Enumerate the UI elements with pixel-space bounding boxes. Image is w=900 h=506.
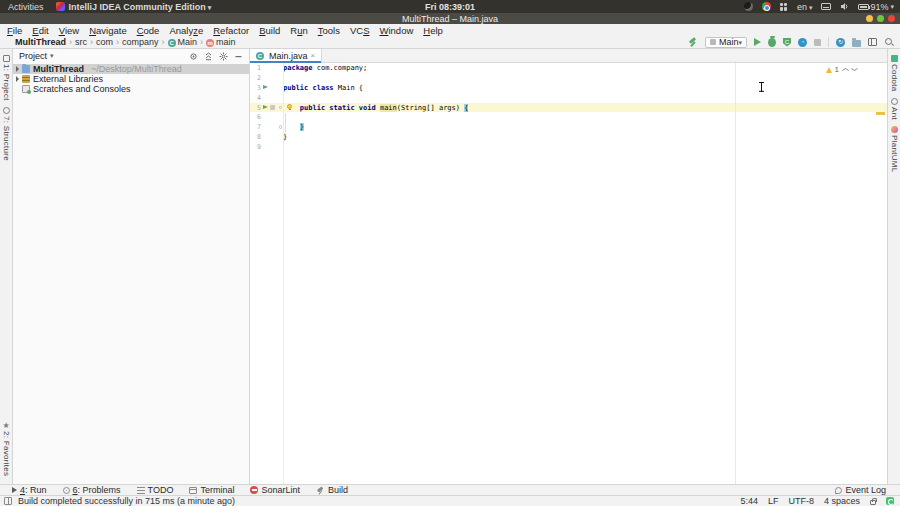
expand-chevron-icon[interactable] xyxy=(16,76,19,82)
coverage-icon[interactable]: C xyxy=(783,38,791,47)
menu-file[interactable]: File xyxy=(2,25,27,36)
profiler-icon[interactable]: ◔ xyxy=(798,38,807,47)
indent-widget[interactable]: 4 spaces xyxy=(824,496,860,506)
toolwindow-button-problems[interactable]: 6: Problems xyxy=(63,485,121,495)
settings-icon[interactable] xyxy=(219,52,228,61)
gutter[interactable] xyxy=(261,83,283,93)
menu-build[interactable]: Build xyxy=(254,25,285,36)
gutter[interactable] xyxy=(261,93,283,103)
stop-icon[interactable] xyxy=(814,39,821,46)
keyboard-icon[interactable] xyxy=(821,3,831,10)
toolwindow-button-todo[interactable]: TODO xyxy=(137,485,174,495)
prev-warning-icon[interactable] xyxy=(842,68,848,72)
line-number[interactable]: 9 xyxy=(250,143,261,151)
code-line[interactable]: 5 public static void main(String[] args)… xyxy=(250,103,887,113)
project-panel-title[interactable]: Project xyxy=(19,51,54,61)
toolwindow-button-structure[interactable]: 7: Structure xyxy=(0,107,12,161)
run-icon[interactable] xyxy=(754,38,761,46)
collapse-all-icon[interactable] xyxy=(204,52,213,61)
tree-row-scratches[interactable]: Scratches and Consoles xyxy=(13,84,249,94)
line-number[interactable]: 3 xyxy=(250,84,261,92)
code-line[interactable]: 9 xyxy=(250,142,887,152)
breadcrumb-method-main[interactable]: mmain xyxy=(205,37,237,47)
tree-row-external-libraries[interactable]: External Libraries xyxy=(13,74,249,84)
locate-icon[interactable] xyxy=(189,52,198,61)
extensions-icon[interactable] xyxy=(780,3,788,11)
toolwindow-button-run[interactable]: 4: Run xyxy=(12,485,47,495)
toolwindow-button-sonarlint[interactable]: SonarLint xyxy=(250,485,300,495)
expand-chevron-icon[interactable] xyxy=(16,66,19,72)
gutter[interactable] xyxy=(261,73,283,83)
maximize-button[interactable] xyxy=(877,15,884,22)
toolwindow-button-plantuml[interactable]: PlantUML xyxy=(888,126,900,173)
line-number[interactable]: 6 xyxy=(250,113,261,121)
toolwindow-button-terminal[interactable]: Terminal xyxy=(189,485,234,495)
update-icon[interactable]: ↻ xyxy=(836,38,845,47)
minimize-button[interactable] xyxy=(866,15,873,22)
line-number[interactable]: 1 xyxy=(250,64,261,72)
code-line[interactable]: 3public class Main { xyxy=(250,83,887,93)
build-hammer-icon[interactable] xyxy=(688,37,698,47)
breadcrumb-class-main[interactable]: CMain xyxy=(167,37,199,47)
toolwindow-button-codota[interactable]: Codota xyxy=(888,55,900,92)
line-number[interactable]: 2 xyxy=(250,74,261,82)
keyboard-layout-indicator[interactable]: en xyxy=(797,2,813,12)
menu-vcs[interactable]: VCS xyxy=(345,25,375,36)
line-separator-widget[interactable]: LF xyxy=(768,496,779,506)
tree-row-multithread[interactable]: MultiThread ~/Desktop/MultiThread xyxy=(13,64,249,74)
menu-run[interactable]: Run xyxy=(285,25,312,36)
gutter[interactable] xyxy=(261,142,283,152)
recorder-icon[interactable] xyxy=(744,2,753,11)
editor-tab-main-java[interactable]: C Main.java × xyxy=(250,49,322,62)
chrome-icon[interactable] xyxy=(762,2,771,11)
run-gutter-icon[interactable] xyxy=(263,105,268,109)
code-text[interactable]: } xyxy=(283,123,304,131)
toolwindow-button-project[interactable]: 1: Project xyxy=(0,55,12,101)
line-number[interactable]: 5 xyxy=(250,104,261,112)
volume-icon[interactable] xyxy=(840,2,849,11)
menu-window[interactable]: Window xyxy=(374,25,418,36)
project-structure-icon[interactable] xyxy=(852,40,861,47)
gutter[interactable] xyxy=(261,122,283,132)
toolwindow-button-ant[interactable]: Ant xyxy=(888,98,900,120)
code-line[interactable]: 4 xyxy=(250,93,887,103)
menu-refactor[interactable]: Refactor xyxy=(208,25,254,36)
next-warning-icon[interactable] xyxy=(851,68,857,72)
readonly-lock-icon[interactable] xyxy=(870,500,876,505)
gutter[interactable] xyxy=(261,103,283,113)
toolwindow-switcher-icon[interactable] xyxy=(4,497,12,505)
run-gutter-icon[interactable] xyxy=(263,85,268,89)
toolwindow-button-favorites[interactable]: ★ 2: Favorites xyxy=(0,422,12,476)
battery-indicator[interactable]: 91% xyxy=(858,2,894,12)
event-log-button[interactable]: Event Log xyxy=(835,485,886,495)
code-text[interactable]: public class Main { xyxy=(283,84,363,92)
fold-icon[interactable] xyxy=(279,106,283,110)
codota-status-icon[interactable] xyxy=(886,497,894,505)
code-line[interactable]: 7 } xyxy=(250,122,887,132)
code-text[interactable]: package com.company; xyxy=(283,64,367,72)
gutter[interactable] xyxy=(261,63,283,73)
breadcrumb-src[interactable]: src xyxy=(74,37,88,47)
menu-navigate[interactable]: Navigate xyxy=(84,25,132,36)
menu-analyze[interactable]: Analyze xyxy=(164,25,208,36)
breadcrumb-com[interactable]: com xyxy=(95,37,114,47)
caret-position-widget[interactable]: 5:44 xyxy=(740,496,758,506)
close-button[interactable] xyxy=(888,15,895,22)
run-config-selector[interactable]: Main xyxy=(705,37,747,48)
gutter[interactable] xyxy=(261,132,283,142)
code-line[interactable]: 6 xyxy=(250,112,887,122)
menu-tools[interactable]: Tools xyxy=(313,25,345,36)
menu-help[interactable]: Help xyxy=(418,25,448,36)
fold-icon[interactable] xyxy=(279,125,283,129)
line-number[interactable]: 7 xyxy=(250,123,261,131)
inspection-widget[interactable]: 1 xyxy=(826,65,857,74)
tab-close-icon[interactable]: × xyxy=(311,51,316,60)
gutter[interactable] xyxy=(261,112,283,122)
code-line[interactable]: 2 xyxy=(250,73,887,83)
gutter-extra-icon[interactable] xyxy=(270,105,275,110)
toolwindow-button-build[interactable]: Build xyxy=(316,485,348,495)
menu-code[interactable]: Code xyxy=(132,25,165,36)
code-text[interactable]: public static void main(String[] args) { xyxy=(283,104,468,112)
line-number[interactable]: 8 xyxy=(250,133,261,141)
hide-icon[interactable] xyxy=(234,52,243,61)
